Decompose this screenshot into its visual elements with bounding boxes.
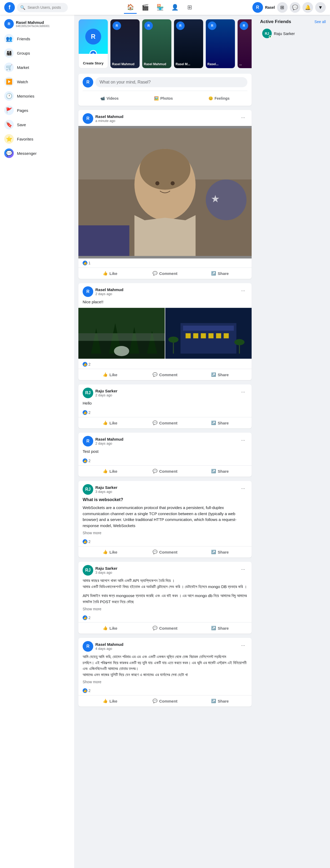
post-author-1[interactable]: Rasel Mahmud bbox=[95, 114, 124, 119]
show-more-5[interactable]: Show more bbox=[78, 531, 252, 537]
share-icon-1: ↗️ bbox=[211, 271, 216, 276]
post-author-7[interactable]: Rasel Mahmud bbox=[95, 642, 124, 647]
share-icon-6: ↗️ bbox=[211, 626, 216, 630]
story-card-2[interactable]: R Rasel Mahmud bbox=[142, 19, 172, 68]
post-user-info-5: Raju Sarker 3 days ago bbox=[95, 485, 117, 494]
post-card-7: R Rasel Mahmud 4 days ago ··· আমি যেহেতু… bbox=[78, 638, 252, 707]
sidebar-item-memories[interactable]: 🕐 Memories bbox=[2, 89, 72, 103]
nav-user-name[interactable]: Rasel bbox=[265, 5, 275, 9]
notification-button[interactable]: 🔔 bbox=[302, 2, 313, 13]
post-author-3[interactable]: Raju Sarker bbox=[95, 389, 117, 393]
svg-point-4 bbox=[155, 181, 159, 185]
share-button-1[interactable]: ↗️ Share bbox=[193, 269, 248, 278]
post-author-4[interactable]: Rasel Mahmud bbox=[95, 437, 124, 441]
feelings-action-button[interactable]: 😊 Feelings bbox=[205, 94, 233, 102]
comment-button-7[interactable]: 💬 Comment bbox=[137, 696, 192, 706]
reaction-count-5: 2 bbox=[89, 539, 91, 544]
grid-menu-button[interactable]: ⊞ bbox=[277, 2, 288, 13]
comment-button-3[interactable]: 💬 Comment bbox=[137, 418, 192, 427]
share-label-7: Share bbox=[218, 699, 229, 703]
like-button-1[interactable]: 👍 Like bbox=[82, 269, 137, 278]
video-nav-button[interactable]: 🎬 bbox=[139, 1, 152, 14]
see-all-link[interactable]: See all bbox=[315, 20, 326, 24]
svg-rect-12 bbox=[78, 333, 165, 341]
home-nav-button[interactable]: 🏠 bbox=[124, 1, 137, 14]
svg-rect-21 bbox=[224, 333, 229, 338]
post-more-6[interactable]: ··· bbox=[239, 565, 248, 574]
search-input[interactable] bbox=[28, 5, 65, 9]
post-author-6[interactable]: Raju Sarker bbox=[95, 566, 117, 570]
create-post-box: R What on your mind, Rasel? 📹 Videos 🖼️ … bbox=[78, 74, 252, 106]
like-button-2[interactable]: 👍 Like bbox=[82, 370, 137, 379]
sidebar-user-profile[interactable]: R Rasel Mahmud 648190523476e34c3d06001 bbox=[2, 17, 72, 31]
share-label-6: Share bbox=[218, 626, 229, 630]
show-more-6[interactable]: Show more bbox=[78, 607, 252, 613]
svg-text:★: ★ bbox=[211, 193, 220, 205]
like-button-6[interactable]: 👍 Like bbox=[82, 624, 137, 632]
facebook-logo[interactable]: f bbox=[4, 2, 15, 13]
post-author-2[interactable]: Rasel Mahmud bbox=[95, 287, 124, 292]
user-avatar-nav[interactable]: R bbox=[253, 2, 263, 13]
post-text-2: Nice place!! bbox=[78, 299, 252, 307]
comment-icon-6: 💬 bbox=[153, 626, 158, 630]
share-button-3[interactable]: ↗️ Share bbox=[193, 418, 248, 427]
search-bar[interactable]: 🔍 bbox=[17, 3, 68, 12]
create-post-input[interactable]: What on your mind, Rasel? bbox=[95, 77, 248, 87]
comment-button-5[interactable]: 💬 Comment bbox=[137, 548, 192, 557]
post-more-2[interactable]: ··· bbox=[239, 286, 248, 295]
like-button-5[interactable]: 👍 Like bbox=[82, 548, 137, 557]
show-more-7[interactable]: Show more bbox=[78, 680, 252, 686]
share-button-6[interactable]: ↗️ Share bbox=[193, 624, 248, 632]
photos-action-button[interactable]: 🖼️ Photos bbox=[151, 94, 176, 102]
post-more-5[interactable]: ··· bbox=[239, 484, 248, 493]
settings-button[interactable]: ▼ bbox=[315, 2, 326, 13]
like-label-5: Like bbox=[109, 550, 117, 554]
sidebar-item-save[interactable]: 🔖 Save bbox=[2, 118, 72, 131]
comment-button-1[interactable]: 💬 Comment bbox=[137, 269, 192, 278]
sidebar-item-friends[interactable]: 👥 Friends bbox=[2, 32, 72, 45]
post-more-7[interactable]: ··· bbox=[239, 641, 248, 650]
profile-nav-button[interactable]: 👤 bbox=[168, 1, 181, 14]
post-reactions-2: 👍 2 bbox=[82, 362, 91, 367]
post-image-1: ★ bbox=[78, 126, 252, 258]
post-more-4[interactable]: ··· bbox=[239, 436, 248, 444]
create-story-card[interactable]: R + Create Story bbox=[78, 19, 108, 68]
share-label-5: Share bbox=[218, 550, 229, 554]
story-card-5[interactable]: R ... bbox=[237, 19, 252, 68]
sidebar-item-groups[interactable]: 👨‍👩‍👧‍👦 Groups bbox=[2, 46, 72, 60]
svg-rect-17 bbox=[193, 333, 198, 338]
share-button-4[interactable]: ↗️ Share bbox=[193, 467, 248, 476]
grid-nav-button[interactable]: ⊞ bbox=[183, 1, 196, 14]
sidebar-item-label-groups: Groups bbox=[17, 51, 30, 55]
story-card-4[interactable]: R Rasel... bbox=[205, 19, 235, 68]
story-card-1[interactable]: R Rasel Mahmud bbox=[110, 19, 140, 68]
sidebar-item-favorites[interactable]: ⭐ Favorites bbox=[2, 132, 72, 146]
like-button-7[interactable]: 👍 Like bbox=[82, 696, 137, 706]
comment-button-6[interactable]: 💬 Comment bbox=[137, 624, 192, 632]
post-reactions-4: 👍 2 bbox=[82, 458, 91, 463]
share-button-7[interactable]: ↗️ Share bbox=[193, 696, 248, 706]
comment-label-5: Comment bbox=[159, 550, 177, 554]
comment-button-2[interactable]: 💬 Comment bbox=[137, 370, 192, 379]
friend-item-raju[interactable]: RJ Raju Sarker bbox=[260, 27, 326, 40]
store-nav-button[interactable]: 🏪 bbox=[154, 1, 166, 14]
sidebar-item-messenger[interactable]: 💬 Messenger bbox=[2, 146, 72, 160]
comment-button-4[interactable]: 💬 Comment bbox=[137, 467, 192, 476]
sidebar-item-watch[interactable]: ▶️ Watch bbox=[2, 75, 72, 89]
reaction-count-3: 2 bbox=[89, 410, 91, 415]
story-card-3[interactable]: R Rasel M... bbox=[174, 19, 203, 68]
like-button-4[interactable]: 👍 Like bbox=[82, 467, 137, 476]
sidebar-item-pages[interactable]: 🚩 Pages bbox=[2, 103, 72, 117]
post-more-1[interactable]: ··· bbox=[239, 113, 248, 122]
messenger-button[interactable]: 💬 bbox=[290, 2, 300, 13]
post-author-5[interactable]: Raju Sarker bbox=[95, 485, 117, 490]
sidebar-item-label-save: Save bbox=[17, 123, 26, 127]
post-more-3[interactable]: ··· bbox=[239, 388, 248, 396]
share-icon-4: ↗️ bbox=[211, 469, 216, 473]
sidebar-item-market[interactable]: 🛒 Market bbox=[2, 60, 72, 74]
like-button-3[interactable]: 👍 Like bbox=[82, 418, 137, 427]
videos-action-button[interactable]: 📹 Videos bbox=[97, 94, 122, 102]
share-button-2[interactable]: ↗️ Share bbox=[193, 370, 248, 379]
share-button-5[interactable]: ↗️ Share bbox=[193, 548, 248, 557]
post-stats-5: 👍 2 bbox=[78, 537, 252, 547]
